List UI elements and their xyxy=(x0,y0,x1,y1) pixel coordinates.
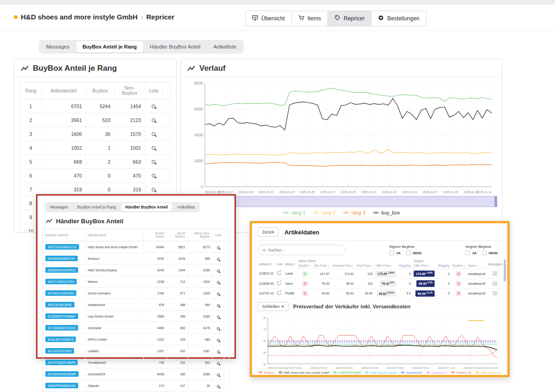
liste-search-button[interactable] xyxy=(216,335,221,344)
svg-text:2025-09-27 06:46: 2025-09-27 06:46 xyxy=(361,367,378,369)
liste-search-button[interactable] xyxy=(151,116,156,124)
cell-non-buybox: 4178 xyxy=(188,322,213,334)
liste-search-button[interactable] xyxy=(151,185,156,194)
svg-text:2025-10-29: 2025-10-29 xyxy=(341,190,356,194)
search-input[interactable] xyxy=(268,248,340,252)
seller-id-badge[interactable]: A2X7PSQEFL8MP5 xyxy=(45,360,78,365)
seller-id-badge[interactable]: A3S7XUVDMCKCJC xyxy=(45,244,79,250)
col-standart-price[interactable]: Standart Price xyxy=(331,263,355,269)
top-scroll-strip xyxy=(0,0,555,5)
gegner-nein-option[interactable]: NEIN xyxy=(482,251,498,255)
liste-search-button[interactable] xyxy=(151,143,156,152)
tab[interactable]: Messages xyxy=(46,203,72,211)
eigene-ja-option[interactable]: JA xyxy=(389,251,401,255)
gegner-offer-badge[interactable]: 59.95-11.3% xyxy=(415,290,435,297)
col-min-price[interactable]: Min Price xyxy=(313,263,331,269)
seller-id-badge[interactable]: A1ALZEP1N3MC8 xyxy=(45,337,76,342)
tab[interactable]: Artikelliste xyxy=(207,41,242,52)
messages-icon[interactable]: ☰ xyxy=(493,282,497,286)
close-button[interactable]: Schließen xyxy=(258,302,289,311)
search-box[interactable] xyxy=(258,245,345,255)
legend-item[interactable]: buy_box xyxy=(373,210,400,215)
liste-search-button[interactable] xyxy=(216,243,221,251)
tab[interactable]: Messages xyxy=(40,41,75,52)
legend-item[interactable]: Amazon UK xyxy=(451,371,472,374)
chart-range-slider[interactable] xyxy=(200,196,497,207)
nav-repricer-button[interactable]: Repricer xyxy=(327,11,371,26)
tab[interactable]: Artikelliste xyxy=(173,203,199,211)
legend-item[interactable]: Amazon xyxy=(259,371,275,374)
gegner-offer-badge[interactable]: 179.90-1.85% xyxy=(413,270,435,277)
seller-id-badge[interactable]: A2S7YJZM12Y2F4 xyxy=(45,279,77,284)
tab[interactable]: BuyBox Anteil je Rang xyxy=(73,203,120,211)
eigene-nein-option[interactable]: NEIN xyxy=(406,251,421,255)
legend-item[interactable]: rang 1 xyxy=(283,210,305,215)
gegner-offer-badge[interactable]: 69.95-8.5% xyxy=(416,280,435,287)
col-gegner-offer-price[interactable]: Offer Price xyxy=(412,263,436,269)
liste-search-button[interactable] xyxy=(216,370,221,379)
col-artikel-id[interactable]: Artikel-ID xyxy=(258,258,276,269)
liste-search-button[interactable] xyxy=(216,312,221,321)
seller-id-badge[interactable]: A1Q58NP2T34MW7 xyxy=(45,313,78,319)
svg-text:2025-11-07: 2025-11-07 xyxy=(423,190,438,194)
external-link-icon[interactable] xyxy=(277,282,281,285)
checkbox[interactable] xyxy=(389,251,394,255)
tab[interactable]: Händler BuyBox Anteil xyxy=(144,41,206,52)
legend-item[interactable]: rang 2 xyxy=(313,210,335,215)
external-link-icon[interactable] xyxy=(277,271,281,275)
col-brand[interactable]: Brand xyxy=(284,258,297,269)
liste-search-button[interactable] xyxy=(216,254,221,263)
nav-uebersicht-button[interactable]: Übersicht xyxy=(245,11,291,26)
legend-label: H&D shoes and more instyle GmbH xyxy=(284,371,329,374)
messages-icon[interactable]: ☰ xyxy=(493,271,497,276)
seller-id-badge[interactable]: A9D13H3A19P8L xyxy=(45,302,74,307)
liste-search-button[interactable] xyxy=(151,171,156,180)
liste-search-button[interactable] xyxy=(216,324,221,332)
liste-search-button[interactable] xyxy=(216,277,221,286)
liste-search-button[interactable] xyxy=(216,289,221,298)
nav-items-button[interactable]: Items xyxy=(291,11,327,26)
col-gegner-buybox[interactable]: BuyBox xyxy=(451,263,467,269)
legend-item[interactable]: preis-schock.eu xyxy=(475,371,501,374)
liste-search-button[interactable] xyxy=(216,347,221,355)
legend-item[interactable]: H&D shoes and more instyle GmbH xyxy=(278,371,329,374)
external-link-icon[interactable] xyxy=(277,291,281,295)
liste-search-button[interactable] xyxy=(151,157,156,166)
cell-gegner-name: sneakerprofi xyxy=(467,288,487,298)
nav-bestellungen-button[interactable]: Bestellungen xyxy=(371,11,426,26)
seller-id-badge[interactable]: A1YZ0BEMCTG2VZ xyxy=(45,325,78,331)
legend-item[interactable]: schuhwelt24 xyxy=(401,371,422,374)
seller-id-badge[interactable]: A38KPR9S8SMG6C xyxy=(45,383,78,388)
back-button[interactable]: Zurück xyxy=(258,227,279,237)
checkbox[interactable] xyxy=(482,251,487,255)
overlay-scrollbar-thumb[interactable] xyxy=(504,259,506,282)
liste-search-button[interactable] xyxy=(216,300,221,309)
seller-id-badge[interactable]: A3JWKAKR8X57XF xyxy=(45,256,78,261)
legend-item[interactable]: CORTEXPOWER xyxy=(333,371,361,374)
seller-id-badge[interactable]: AH7SOVLS4OC8Z xyxy=(45,290,76,296)
cell-artikelanzahl: 1606 xyxy=(42,127,86,141)
gegner-ja-option[interactable]: JA xyxy=(465,251,476,255)
liste-search-button[interactable] xyxy=(151,129,156,138)
tab[interactable]: BuyBox Anteil je Rang xyxy=(76,41,143,52)
legend-item[interactable]: H&D Schuhcompany xyxy=(365,371,397,374)
liste-search-button[interactable] xyxy=(216,266,221,275)
liste-search-button[interactable] xyxy=(151,102,156,110)
legend-item[interactable]: rang 3 xyxy=(343,210,365,215)
seller-id-badge[interactable]: A2Q5SH4UC6KRU1 xyxy=(45,267,78,273)
seller-id-badge[interactable]: AIC9OOTDO0EP xyxy=(45,348,74,354)
col-max-price[interactable]: Max Price xyxy=(355,263,374,269)
col-buybox[interactable]: BuyBox xyxy=(297,263,313,269)
slider-handle-right[interactable] xyxy=(494,196,497,207)
liste-search-button[interactable] xyxy=(216,381,221,390)
messages-icon[interactable]: ☰ xyxy=(493,291,497,295)
seller-id-badge[interactable]: A3V3RKA0SX3MMF xyxy=(45,371,79,377)
col-gegner-name[interactable]: Name xyxy=(467,263,487,269)
table-row: A2S7YJZM12Y2F4 Merkur 2236 712 1524 xyxy=(43,276,229,288)
checkbox[interactable] xyxy=(465,251,470,255)
col-offer-price[interactable]: Offer Price xyxy=(374,263,397,269)
tab[interactable]: Händler BuyBox Anteil xyxy=(121,203,172,211)
liste-search-button[interactable] xyxy=(216,358,221,367)
checkbox[interactable] xyxy=(406,251,411,255)
legend-item[interactable]: sneakerprofi xyxy=(426,371,447,374)
